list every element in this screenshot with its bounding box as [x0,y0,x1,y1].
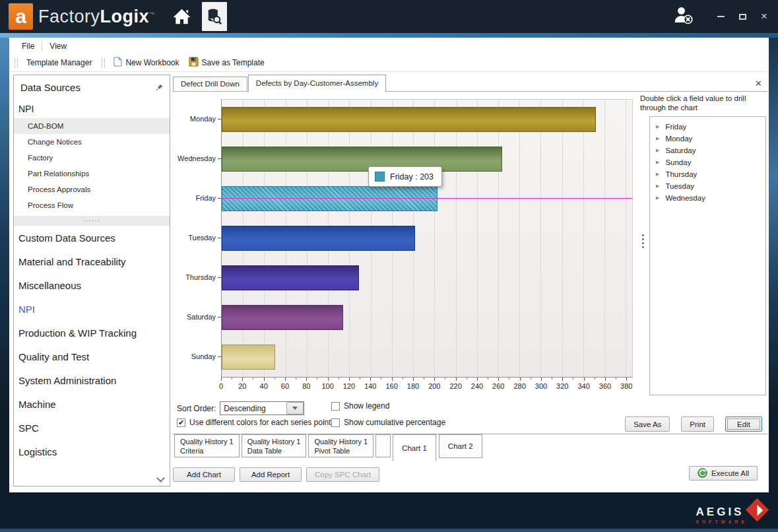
bar-friday[interactable] [222,186,438,211]
doc-tab-defects-by-day-customer-assembly[interactable]: Defects by Day-Customer-Assembly [248,75,386,92]
bar-thursday[interactable] [222,265,359,290]
splitter-handle[interactable] [642,234,644,248]
cumulative-box[interactable] [331,418,340,427]
workbook-tab-quality-history-1-data-table[interactable]: Quality History 1Data Table [242,434,307,457]
sidebar-item-cad-bom[interactable]: CAD-BOM [14,118,170,134]
drill-item-wednesday[interactable]: ▶Wednesday [650,192,765,204]
sort-order-select[interactable]: Descending [220,401,304,415]
x-tick-label: 80 [302,382,310,390]
x-tick-label: 340 [577,382,589,390]
workbook-tab-chart-2[interactable]: Chart 2 [439,434,482,458]
add-chart-button[interactable]: Add Chart [173,467,235,482]
workbook-tab-chart-1[interactable]: Chart 1 [393,434,436,461]
use-colors-box[interactable]: ✔ [177,418,185,427]
aegis-logo: AEGIS SOFTWARE [696,502,765,524]
expand-arrow-icon[interactable]: ▶ [656,124,659,129]
print-button[interactable]: Print [681,416,714,432]
drill-item-saturday[interactable]: ▶Saturday [650,145,765,156]
save-as-template-button[interactable]: Save as Template [184,55,269,71]
menu-item-view[interactable]: View [44,40,72,53]
expand-arrow-icon[interactable]: ▶ [656,195,659,201]
sidebar-item-process-flow[interactable]: Process Flow [14,197,170,213]
x-tick-label: 360 [599,382,611,390]
drill-item-friday[interactable]: ▶Friday [650,121,765,133]
show-legend-checkbox[interactable]: Show legend [331,401,389,411]
y-label-monday: Monday [173,99,221,139]
sidebar-scroll-down-icon[interactable] [158,474,164,481]
template-manager-button[interactable]: Template Manager [22,56,96,69]
sidebar-section-production-wip-tracking[interactable]: Production & WIP Tracking [14,321,170,345]
add-report-button[interactable]: Add Report [240,467,302,482]
bar-saturday[interactable] [222,305,343,330]
menu-item-file[interactable]: File [16,40,40,53]
drill-item-thursday[interactable]: ▶Thursday [650,168,765,180]
drill-item-monday[interactable]: ▶Monday [650,133,765,145]
chart-y-axis-labels: MondayWednesdayFridayTuesdayThursdaySatu… [173,99,221,378]
expand-arrow-icon[interactable]: ▶ [656,183,659,189]
expand-arrow-icon[interactable]: ▶ [656,160,659,165]
logo-letter: a [15,5,26,28]
sidebar-section-machine[interactable]: Machine [14,392,170,416]
sidebar-section-system-administration[interactable]: System Administration [14,368,170,392]
gridline [604,100,605,377]
expand-arrow-icon[interactable]: ▶ [656,172,659,177]
sidebar-section-logistics[interactable]: Logistics [14,440,170,463]
sidebar-section-material-and-traceability[interactable]: Material and Traceability [14,249,170,273]
save-as-button[interactable]: Save As [625,416,670,432]
gridline [540,100,541,377]
cumulative-checkbox[interactable]: Show cumulative percentage [331,418,445,427]
bar-wednesday[interactable] [222,147,502,172]
x-tick [584,378,585,381]
x-tick [541,378,542,381]
workbook-tab-quality-history-1-criteria[interactable]: Quality History 1Criteria [174,434,240,457]
sidebar-section-custom-data-sources[interactable]: Custom Data Sources [14,226,170,249]
doc-tab-defect-drill-down[interactable]: Defect Drill Down [173,77,247,91]
execute-all-button[interactable]: Execute All [689,466,758,481]
workbook-tab-empty[interactable] [375,434,391,457]
bar-monday[interactable] [222,107,596,132]
pin-icon[interactable] [156,82,163,93]
gridline [562,100,563,377]
x-tick [477,378,478,381]
drill-item-sunday[interactable]: ▶Sunday [650,156,765,168]
sidebar-section-miscellaneous[interactable]: Miscellaneous [14,273,170,297]
x-tick-label: 180 [407,382,419,390]
user-logout-icon[interactable] [672,5,694,28]
maximize-button[interactable] [739,14,746,20]
y-label-saturday: Saturday [173,297,221,337]
tab-close-icon[interactable]: ✕ [755,79,762,88]
y-label-tuesday: Tuesday [173,218,221,257]
x-tick-label: 300 [535,382,547,390]
close-button[interactable]: × [761,13,767,20]
edit-button[interactable]: Edit [725,416,762,432]
new-workbook-button[interactable]: New Workbook [109,55,183,71]
minimize-button[interactable] [717,16,725,17]
home-icon[interactable] [172,8,191,25]
drill-item-tuesday[interactable]: ▶Tuesday [650,180,765,192]
x-tick [467,378,467,380]
sidebar-item-change-notices[interactable]: Change Notices [14,134,170,150]
workbook-tabs: Quality History 1CriteriaQuality History… [173,434,767,461]
sidebar-section-quality-and-test[interactable]: Quality and Test [14,345,170,368]
expand-arrow-icon[interactable]: ▶ [656,136,659,141]
expand-arrow-icon[interactable]: ▶ [656,148,659,153]
workbook-tab-quality-history-1-pivot-table[interactable]: Quality History 1Pivot Table [308,434,373,457]
sidebar-section-spc[interactable]: SPC [14,416,170,440]
sidebar-item-process-approvals[interactable]: Process Approvals [14,182,170,197]
copy-spc-chart-button[interactable]: Copy SPC Chart [306,467,379,482]
database-search-icon[interactable] [202,2,227,31]
sidebar-section-npi[interactable]: NPI [14,297,170,321]
sidebar-separator[interactable]: ...... [14,216,170,226]
x-tick-label: 0 [219,382,223,390]
show-legend-box[interactable] [331,402,340,411]
accent-strip [0,33,778,38]
toolbar-grip [102,57,105,68]
sidebar-item-part-relationships[interactable]: Part Relationships [14,166,170,182]
bar-tuesday[interactable] [222,226,415,251]
x-tick-label: 20 [238,382,246,390]
dropdown-chevron-icon[interactable] [286,402,304,415]
sidebar-item-factory[interactable]: Factory [14,150,170,166]
bar-sunday[interactable] [222,345,275,370]
use-colors-checkbox[interactable]: ✔ Use different colors for each series p… [177,418,331,427]
x-tick [509,378,509,380]
